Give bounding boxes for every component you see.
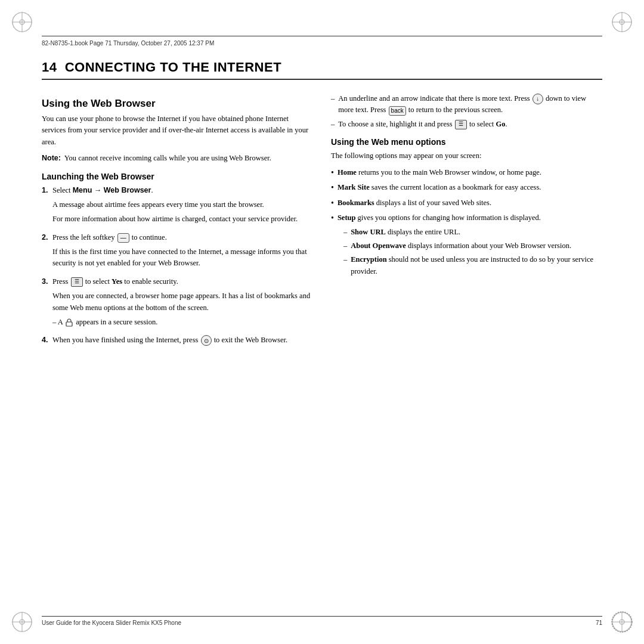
step-4-content: When you have finished using the Interne… [52, 335, 313, 346]
bullet-mark-site: • Mark Site saves the current location a… [331, 182, 602, 194]
step-1-sub1: A message about airtime fees appears eve… [52, 199, 313, 210]
main-content: 14 Connecting to the Internet Using the … [42, 60, 602, 596]
note-body: You cannot receive incoming calls while … [64, 154, 271, 162]
setup-sub-list: – Show URL displays the entire URL. – Ab… [343, 227, 602, 278]
page: 82-N8735-1.book Page 71 Thursday, Octobe… [0, 0, 644, 644]
bullet-bookmarks: • Bookmarks displays a list of your save… [331, 197, 602, 209]
bullet-setup: • Setup gives you options for changing h… [331, 212, 602, 280]
section-using-title: Using the Web Browser [42, 98, 313, 110]
menu-options-list: • Home returns you to the main Web Brows… [331, 167, 602, 280]
nav-down-icon: ↓ [532, 94, 543, 104]
col-right: – An underline and an arrow indicate tha… [331, 91, 602, 350]
step-3-main: Press ☰ to select Yes to enable security… [52, 277, 178, 286]
end-button-icon: ⊙ [201, 335, 212, 346]
reg-mark-tl [11, 11, 33, 33]
chapter-title: 14 Connecting to the Internet [42, 60, 281, 75]
softkey-button-icon: — [117, 233, 129, 243]
step-1-main: Select Menu → Web Browser. [52, 186, 153, 194]
reg-mark-br [611, 611, 633, 633]
chapter-header: 14 Connecting to the Internet [42, 60, 602, 80]
step-4-main: When you have finished using the Interne… [52, 336, 287, 344]
footer-left-text: User Guide for the Kyocera Slider Remix … [42, 620, 181, 626]
dash-encryption-content: Encryption should not be used unless you… [351, 254, 602, 277]
step-3: 3. Press ☰ to select Yes to enable secur… [42, 276, 313, 332]
bullet-home: • Home returns you to the main Web Brows… [331, 167, 602, 179]
step-1-num: 1. [42, 185, 50, 228]
footer-page-number: 71 [596, 620, 602, 626]
step-3-sub1: When you are connected, a browser home p… [52, 290, 313, 314]
step-4-num: 4. [42, 335, 50, 346]
dash-content-1: An underline and an arrow indicate that … [338, 93, 602, 116]
section-using-intro: You can use your phone to browse the Int… [42, 113, 313, 148]
bullet-setup-content: Setup gives you options for changing how… [338, 212, 602, 280]
bullet-bookmarks-content: Bookmarks displays a list of your saved … [338, 197, 602, 209]
footer: User Guide for the Kyocera Slider Remix … [42, 616, 602, 626]
dash-bullet-2: – To choose a site, highlight it and pre… [331, 119, 602, 130]
dash-show-url: – Show URL displays the entire URL. [343, 227, 602, 238]
back-button-icon: back [389, 106, 406, 116]
dash-about-openwave-content: About Openwave displays information abou… [351, 240, 602, 252]
two-col-layout: Using the Web Browser You can use your p… [42, 91, 602, 350]
reg-mark-tr [611, 11, 633, 33]
step-4: 4. When you have finished using the Inte… [42, 335, 313, 346]
step-1-sub2: For more information about how airtime i… [52, 213, 313, 225]
step-2: 2. Press the left softkey — to continue.… [42, 232, 313, 273]
lock-icon [66, 318, 73, 327]
section-using-note: Note: You cannot receive incoming calls … [42, 153, 313, 164]
dash-show-url-content: Show URL displays the entire URL. [351, 227, 602, 238]
bullet-home-content: Home returns you to the main Web Browser… [338, 167, 602, 179]
top-bar-text: 82-N8735-1.book Page 71 Thursday, Octobe… [42, 40, 214, 47]
dash-content-2: To choose a site, highlight it and press… [338, 119, 602, 130]
note-label: Note: [42, 154, 61, 162]
bullet-mark-site-content: Mark Site saves the current location as … [338, 182, 602, 194]
step-3-sub2: – A appears in a secure session. [52, 317, 313, 328]
dash-bullet-1: – An underline and an arrow indicate tha… [331, 93, 602, 116]
section-menu-options-title: Using the Web menu options [331, 137, 602, 147]
section-launching-title: Launching the Web Browser [42, 172, 313, 181]
step-2-num: 2. [42, 232, 50, 273]
go-button-icon: ☰ [455, 120, 467, 129]
step3-dash-bullets: – An underline and an arrow indicate tha… [331, 93, 602, 130]
step-2-main: Press the left softkey — to continue. [52, 233, 167, 242]
step-1: 1. Select Menu → Web Browser. A message … [42, 185, 313, 228]
step-1-content: Select Menu → Web Browser. A message abo… [52, 185, 313, 228]
launching-steps: 1. Select Menu → Web Browser. A message … [42, 185, 313, 346]
svg-rect-19 [66, 322, 72, 326]
step-2-content: Press the left softkey — to continue. If… [52, 232, 313, 273]
col-left: Using the Web Browser You can use your p… [42, 91, 313, 350]
dash-about-openwave: – About Openwave displays information ab… [343, 240, 602, 252]
top-bar: 82-N8735-1.book Page 71 Thursday, Octobe… [42, 36, 602, 48]
menu-options-intro: The following options may appear on your… [331, 150, 602, 162]
step-2-sub1: If this is the first time you have conne… [52, 246, 313, 270]
reg-mark-bl [11, 611, 33, 633]
dash-encryption: – Encryption should not be used unless y… [343, 254, 602, 277]
step-3-content: Press ☰ to select Yes to enable security… [52, 276, 313, 332]
step-3-num: 3. [42, 276, 50, 332]
menu-button-icon: ☰ [71, 277, 83, 287]
